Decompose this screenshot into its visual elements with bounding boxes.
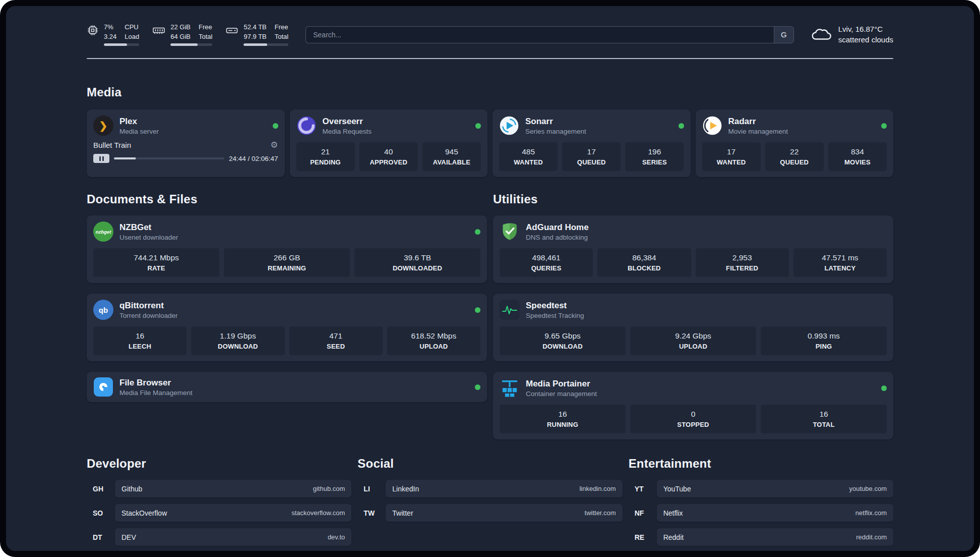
link-domain: linkedin.com [579, 485, 616, 492]
section-title-media: Media [87, 85, 893, 99]
stat-tile: 40APPROVED [359, 142, 418, 171]
app-subtitle: DNS and adblocking [526, 234, 589, 241]
linkedin-icon: LI [363, 485, 386, 493]
stat-tile: 17WANTED [702, 142, 761, 171]
stat-tile: 16LEECH [93, 326, 187, 355]
topbar-divider [87, 58, 893, 59]
sonarr-icon [499, 116, 519, 136]
dev-icon: DT [93, 533, 115, 541]
link-name: Twitter [392, 509, 413, 517]
stat-value: 9.65 Gbps [544, 331, 581, 341]
weather-location: Lviv, 16.87°C [838, 24, 893, 34]
stat-tile: 39.6 TBDOWNLOADED [354, 248, 480, 277]
stat-label: DOWNLOAD [542, 343, 583, 350]
nzbget-icon: nzbget [93, 221, 113, 242]
stat-tile: 0.993 msPING [761, 326, 887, 355]
section-title-entertainment: Entertainment [629, 457, 893, 471]
app-subtitle: Speedtest Tracking [526, 312, 584, 319]
link-domain: github.com [313, 485, 345, 492]
filebrowser-card[interactable]: File Browser Media File Management [87, 372, 487, 402]
disk-total-value: 97.9 TB [243, 33, 266, 41]
link-domain: stackoverflow.com [291, 509, 345, 517]
app-title: File Browser [119, 378, 193, 388]
disk-widget: 52.4 TB 97.9 TB Free Total [225, 23, 288, 46]
sonarr-card[interactable]: Sonarr Series management 485WANTED 17QUE… [493, 109, 691, 177]
qbittorrent-card[interactable]: qb qBittorrent Torrent downloader 16LEEC… [87, 294, 487, 361]
stat-value: 16 [819, 410, 828, 419]
stat-tile: 266 GBREMAINING [224, 248, 350, 277]
stat-value: 17 [727, 147, 736, 156]
link-row-reddit: RE Reddit reddit.com [629, 528, 893, 546]
stat-label: AVAILABLE [433, 158, 470, 166]
stat-value: 618.52 Mbps [411, 331, 457, 341]
portainer-card[interactable]: Media Portainer Container management 16R… [493, 372, 893, 439]
status-dot [475, 384, 480, 390]
status-dot [273, 123, 278, 129]
stat-tile: 2,953FILTERED [696, 248, 789, 277]
stat-value: 21 [321, 147, 330, 156]
adguard-card[interactable]: AdGuard Home DNS and adblocking 498,461Q… [493, 215, 893, 283]
status-dot [881, 123, 887, 129]
weather-widget: Lviv, 16.87°C scattered clouds [811, 24, 893, 45]
seek-bar[interactable] [114, 157, 224, 159]
link-name: YouTube [663, 485, 691, 493]
stat-tile: 744.21 MbpsRATE [93, 248, 219, 277]
app-title: Sonarr [525, 117, 586, 127]
stat-value: 39.6 TB [404, 253, 431, 262]
stat-value: 16 [558, 410, 567, 419]
stat-value: 744.21 Mbps [134, 253, 179, 262]
app-title: Media Portainer [526, 379, 597, 389]
stat-tile: 0STOPPED [630, 405, 756, 433]
section-title-developer: Developer [87, 457, 351, 471]
qbittorrent-icon: qb [93, 300, 113, 320]
radarr-icon [702, 116, 722, 136]
stackoverflow-link[interactable]: StackOverflow stackoverflow.com [115, 504, 351, 522]
stat-tile: 485WANTED [499, 142, 558, 171]
app-title: Overseerr [323, 117, 372, 127]
nzbget-card[interactable]: nzbget NZBGet Usenet downloader 744.21 M… [87, 215, 487, 283]
pause-button[interactable] [93, 154, 109, 163]
memory-total-label: Total [199, 33, 212, 41]
stat-tile: 1.19 GbpsDOWNLOAD [191, 326, 284, 355]
dev-link[interactable]: DEV dev.to [115, 528, 351, 546]
link-name: LinkedIn [392, 485, 419, 493]
link-domain: dev.to [328, 533, 345, 541]
overseerr-card[interactable]: Overseerr Media Requests 21PENDING 40APP… [290, 109, 488, 177]
dashboard: 7% 3.24 CPU Load [6, 6, 974, 551]
netflix-link[interactable]: Netflix netflix.com [657, 504, 893, 522]
radarr-card[interactable]: Radarr Movie management 17WANTED 22QUEUE… [696, 109, 894, 177]
github-link[interactable]: Github github.com [115, 480, 351, 497]
speedtest-card[interactable]: Speedtest Speedtest Tracking 9.65 GbpsDO… [493, 294, 893, 361]
reddit-icon: RE [635, 533, 657, 541]
reddit-link[interactable]: Reddit reddit.com [657, 528, 893, 546]
app-title: Plex [119, 117, 159, 127]
gear-icon[interactable]: ⚙ [270, 141, 278, 149]
cpu-icon [87, 24, 99, 38]
disk-progress-bar [243, 43, 288, 46]
cpu-label: CPU [125, 23, 139, 31]
stat-value: 1.19 Gbps [220, 331, 256, 341]
link-domain: reddit.com [856, 533, 887, 541]
search-input[interactable] [305, 26, 774, 43]
link-row-twitter: TW Twitter twitter.com [357, 504, 622, 522]
stat-tile: 16TOTAL [761, 405, 887, 433]
status-dot [475, 123, 481, 129]
search-engine-button[interactable]: G [774, 26, 794, 43]
stat-label: PING [816, 343, 832, 350]
portainer-icon [500, 378, 520, 398]
stat-tile: 22QUEUED [765, 142, 824, 171]
twitter-link[interactable]: Twitter twitter.com [386, 504, 622, 522]
section-title-documents: Documents & Files [87, 192, 487, 206]
youtube-link[interactable]: YouTube youtube.com [657, 480, 893, 497]
linkedin-link[interactable]: LinkedIn linkedin.com [386, 480, 622, 497]
top-bar: 7% 3.24 CPU Load [87, 6, 893, 58]
app-title: NZBGet [119, 222, 178, 233]
stat-value: 834 [851, 147, 864, 156]
search-bar: G [305, 26, 794, 43]
plex-icon: ❯ [93, 116, 113, 136]
window-frame: 7% 3.24 CPU Load [0, 0, 980, 557]
app-subtitle: Container management [526, 390, 597, 398]
stat-value: 0 [691, 410, 696, 419]
now-playing-title: Bullet Train [93, 141, 131, 149]
plex-card[interactable]: ❯ Plex Media server Bullet Train ⚙ [87, 109, 285, 177]
